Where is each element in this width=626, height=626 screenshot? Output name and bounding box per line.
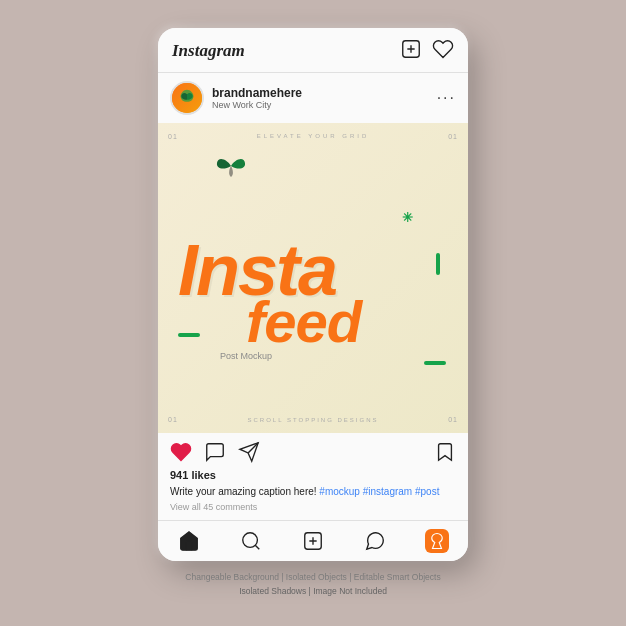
nav-add[interactable] bbox=[301, 529, 325, 553]
like-button[interactable] bbox=[170, 441, 192, 463]
caption-text: Write your amazing caption here! bbox=[170, 486, 317, 497]
deco-bar-right bbox=[436, 253, 440, 275]
post-image: 01 01 01 01 ELEVATE YOUR GRID SCROLL STO… bbox=[158, 123, 468, 433]
nav-messages[interactable] bbox=[363, 529, 387, 553]
svg-line-6 bbox=[255, 545, 259, 549]
deco-line-bottom-right bbox=[424, 361, 446, 365]
nav-profile[interactable] bbox=[425, 529, 449, 553]
nav-search[interactable] bbox=[239, 529, 263, 553]
post-header: brandnamehere New Work City ··· bbox=[158, 73, 468, 123]
caption: Write your amazing caption here! #mockup… bbox=[170, 485, 456, 499]
likes-count: 941 likes bbox=[170, 469, 456, 481]
footer-line1: Changeable Background | Isolated Objects… bbox=[185, 571, 440, 585]
main-text-group: Insta feed Post Mockup bbox=[178, 240, 361, 360]
feed-text: feed bbox=[246, 296, 361, 348]
svg-point-5 bbox=[243, 533, 258, 548]
view-comments[interactable]: View all 45 comments bbox=[170, 502, 456, 512]
more-options[interactable]: ··· bbox=[437, 90, 456, 106]
location: New Work City bbox=[212, 100, 437, 110]
corner-tr: 01 bbox=[448, 133, 458, 140]
elevate-label: ELEVATE YOUR GRID bbox=[257, 133, 370, 139]
footer-text: Changeable Background | Isolated Objects… bbox=[185, 571, 440, 598]
action-left bbox=[170, 441, 260, 463]
share-button[interactable] bbox=[238, 441, 260, 463]
post-user-info: brandnamehere New Work City bbox=[212, 86, 437, 110]
deco-line-left bbox=[178, 333, 200, 337]
butterfly-decoration bbox=[213, 151, 249, 185]
outer-container: Instagram bbox=[158, 28, 468, 598]
deco-asterisk: ✳ bbox=[402, 210, 413, 225]
ig-header: Instagram bbox=[158, 28, 468, 73]
scroll-label: SCROLL STOPPING DESIGNS bbox=[247, 417, 378, 423]
instagram-logo: Instagram bbox=[172, 41, 245, 61]
caption-hashtags[interactable]: #mockup #instagram #post bbox=[319, 486, 439, 497]
corner-br: 01 bbox=[448, 416, 458, 423]
username: brandnamehere bbox=[212, 86, 437, 100]
phone-mockup: Instagram bbox=[158, 28, 468, 561]
post-actions: 941 likes Write your amazing caption her… bbox=[158, 433, 468, 520]
avatar bbox=[170, 81, 204, 115]
heart-icon[interactable] bbox=[432, 38, 454, 64]
header-icons bbox=[400, 38, 454, 64]
footer-line2: Isolated Shadows | Image Not Included bbox=[185, 585, 440, 599]
bookmark-button[interactable] bbox=[434, 441, 456, 463]
action-row bbox=[170, 441, 456, 463]
add-square-icon[interactable] bbox=[400, 38, 422, 64]
comment-button[interactable] bbox=[204, 441, 226, 463]
nav-home[interactable] bbox=[177, 529, 201, 553]
corner-bl: 01 bbox=[168, 416, 178, 423]
bottom-nav bbox=[158, 520, 468, 561]
corner-tl: 01 bbox=[168, 133, 178, 140]
